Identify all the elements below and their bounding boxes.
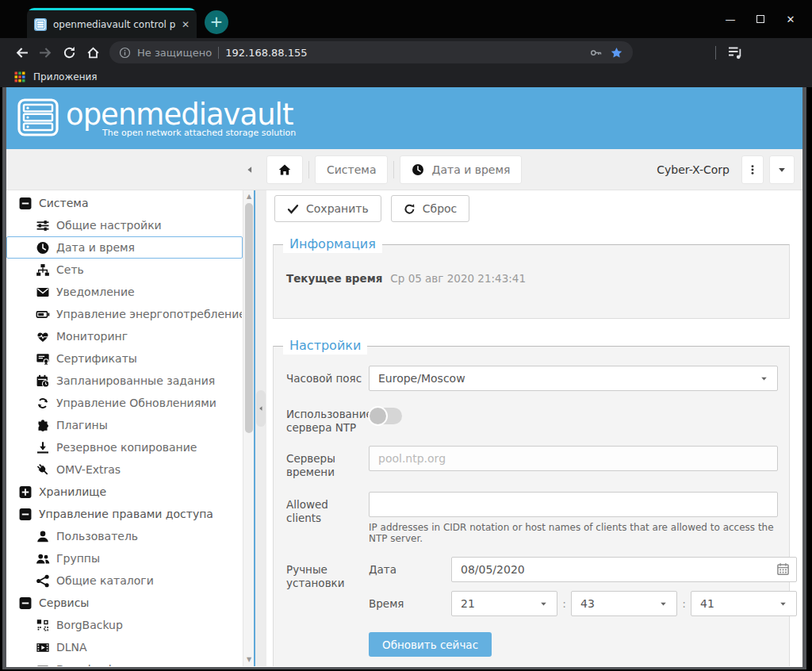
back-icon[interactable] — [10, 40, 33, 64]
forward-icon[interactable] — [33, 40, 57, 64]
reset-button[interactable]: Сброс — [391, 195, 470, 222]
breadcrumb-bar: Система Дата и время Cyber-X-Corp — [6, 149, 802, 190]
settings-fieldset: Настройки Часовой пояс Europe/Moscow Исп… — [273, 346, 790, 666]
sidebar-item[interactable]: OMV-Extras — [6, 458, 243, 481]
sidebar-item[interactable]: Общие каталоги — [6, 569, 243, 592]
plus-square-icon — [18, 485, 33, 499]
breadcrumb-system-label: Система — [327, 163, 376, 176]
playlist-icon[interactable] — [727, 44, 743, 60]
sidebar-item[interactable]: Сеть — [6, 259, 243, 281]
url-text[interactable]: 192.168.88.155 — [225, 47, 307, 59]
current-time-label: Текущее время — [286, 272, 382, 285]
omv-header: openmediavault The open network attached… — [6, 87, 802, 149]
timeservers-input[interactable] — [369, 446, 778, 471]
bookmark-star-icon[interactable] — [609, 45, 623, 59]
current-time-value: Ср 05 авг 2020 21:43:41 — [390, 272, 526, 285]
select-caret-icon — [760, 374, 768, 383]
update-now-button[interactable]: Обновить сейчас — [369, 632, 492, 657]
tab-close-icon[interactable]: ✕ — [182, 19, 190, 30]
plug-icon — [36, 463, 50, 477]
manual-settings-label: Ручные установки — [286, 557, 369, 590]
sidebar-item[interactable]: DLNA — [6, 636, 243, 658]
calendar-clock-icon — [36, 374, 50, 388]
sidebar-collapse-icon[interactable] — [244, 164, 255, 175]
minus-square-icon — [18, 197, 33, 210]
menu-button[interactable] — [741, 155, 764, 184]
timezone-value: Europe/Moscow — [378, 372, 465, 385]
sync-icon — [36, 397, 50, 410]
borgbackup-icon — [36, 619, 50, 632]
window-minimize-button[interactable]: — — [720, 10, 741, 29]
apps-grid-icon[interactable] — [14, 71, 25, 82]
sidebar-item[interactable]: Управление энергопотреблением — [6, 303, 243, 325]
ntp-toggle[interactable] — [369, 408, 402, 424]
scroll-down-icon[interactable]: ▼ — [243, 654, 255, 665]
minus-square-icon — [18, 508, 33, 521]
dlna-icon — [36, 641, 50, 654]
settings-legend: Настройки — [283, 337, 367, 355]
maximize-icon — [756, 15, 764, 23]
select-caret-icon — [779, 600, 787, 608]
sidebar-item[interactable]: BorgBackup — [6, 614, 243, 636]
save-button[interactable]: Сохранить — [274, 195, 381, 222]
sidebar-item[interactable]: Downloader — [6, 658, 243, 666]
time-colon: : — [677, 597, 691, 610]
minute-select[interactable]: 43 — [571, 591, 677, 616]
sidebar-item[interactable]: Уведомление — [6, 281, 243, 303]
time-label: Время — [369, 591, 451, 616]
sidebar-item[interactable]: Запланированные задания — [6, 370, 243, 392]
sliders-icon — [36, 219, 50, 232]
breadcrumb-system-button[interactable]: Система — [315, 155, 388, 184]
user-menu-button[interactable] — [769, 155, 795, 184]
sidebar-item[interactable]: Дата и время — [6, 236, 243, 259]
allowed-clients-input[interactable] — [369, 492, 778, 517]
panel-splitter[interactable] — [255, 190, 266, 666]
sidebar-tree: Система Общие настройки Дата и время Сет… — [6, 190, 243, 666]
splitter-handle[interactable] — [256, 390, 266, 427]
sidebar-item[interactable]: Система — [6, 192, 243, 214]
reload-icon[interactable] — [57, 40, 81, 64]
browser-titlebar: openmediavault control panel ✕ + — ✕ — [0, 0, 812, 38]
info-circle-icon[interactable] — [119, 47, 131, 59]
browser-home-icon[interactable] — [81, 40, 105, 64]
date-input[interactable] — [451, 557, 797, 582]
sidebar-item[interactable]: Хранилище — [6, 481, 243, 503]
sidebar-item[interactable]: Резервное копирование — [6, 436, 243, 458]
home-icon — [278, 163, 291, 176]
window-maximize-button[interactable] — [750, 10, 771, 29]
sidebar-item[interactable]: Плагины — [6, 414, 243, 436]
second-select[interactable]: 41 — [691, 591, 797, 616]
form-toolbar: Сохранить Сброс — [274, 195, 790, 222]
home-button[interactable] — [266, 155, 303, 184]
time-colon: : — [557, 597, 571, 610]
sidebar-scrollbar[interactable]: ▲ ▼ — [243, 190, 254, 666]
browser-navbar: Не защищено 192.168.88.155 — [0, 38, 812, 67]
main-content: Сохранить Сброс Информация Текущее время… — [266, 190, 802, 666]
window-close-button[interactable]: ✕ — [780, 10, 801, 29]
share-nodes-icon — [36, 574, 50, 588]
sidebar-item[interactable]: Пользователь — [6, 525, 243, 547]
breadcrumb-datetime-button[interactable]: Дата и время — [400, 155, 522, 184]
scrollbar-thumb[interactable] — [245, 203, 253, 433]
reset-button-label: Сброс — [423, 202, 458, 215]
timezone-select[interactable]: Europe/Moscow — [369, 366, 778, 391]
ntp-label: Использование сервера NTP — [286, 404, 369, 435]
hour-select[interactable]: 21 — [451, 591, 557, 616]
address-bar[interactable]: Не защищено 192.168.88.155 — [109, 41, 633, 63]
new-tab-button[interactable]: + — [205, 10, 228, 34]
sidebar-item[interactable]: Общие настройки — [6, 214, 243, 236]
key-icon[interactable] — [588, 45, 603, 59]
sidebar-item[interactable]: Управление Обновлениями — [6, 392, 243, 414]
scroll-up-icon[interactable]: ▲ — [243, 191, 255, 202]
sidebar-item[interactable]: Сертификаты — [6, 347, 243, 370]
calendar-icon[interactable] — [776, 562, 790, 576]
sidebar-item[interactable]: Управление правами доступа — [6, 503, 243, 525]
sidebar-item[interactable]: Группы — [6, 547, 243, 569]
sidebar-item[interactable]: Сервисы — [6, 592, 243, 614]
sidebar-item[interactable]: Мониторинг — [6, 325, 243, 347]
minus-square-icon — [18, 596, 33, 610]
browser-tab[interactable]: openmediavault control panel ✕ — [27, 8, 197, 38]
apps-bookmark[interactable]: Приложения — [33, 71, 98, 82]
sitemap-icon — [36, 263, 50, 277]
clock-icon — [412, 163, 424, 176]
